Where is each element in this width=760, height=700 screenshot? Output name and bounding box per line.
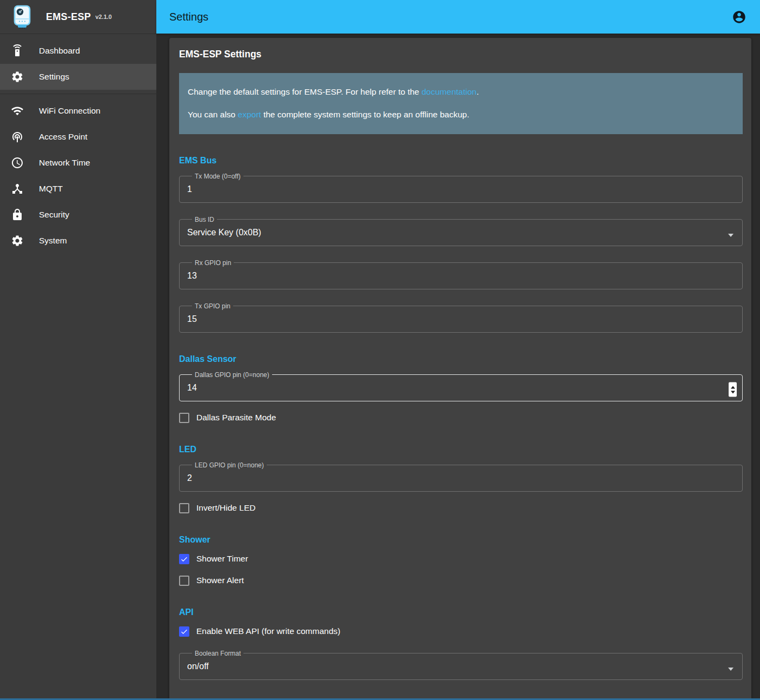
dallas-gpio-input[interactable] xyxy=(187,379,735,397)
dallas-parasite-checkbox[interactable] xyxy=(179,413,189,423)
remote-icon xyxy=(11,44,24,57)
wifi-icon xyxy=(11,104,24,117)
card-title: EMS-ESP Settings xyxy=(179,49,743,60)
documentation-link[interactable]: documentation xyxy=(421,87,477,96)
info-text: You can also xyxy=(188,110,238,119)
page-title: Settings xyxy=(169,11,208,23)
chevron-down-icon xyxy=(728,668,733,671)
sidebar-item-settings[interactable]: Settings xyxy=(0,64,156,90)
led-gpio-input[interactable] xyxy=(187,469,735,487)
checkbox-label: Shower Timer xyxy=(196,554,248,564)
field-label: Rx GPIO pin xyxy=(192,259,234,267)
checkbox-label: Enable WEB API (for write commands) xyxy=(196,626,340,636)
shower-timer-row[interactable]: Shower Timer xyxy=(179,554,743,564)
sidebar-item-security[interactable]: Security xyxy=(0,202,156,228)
chevron-down-icon xyxy=(728,234,733,237)
sidebar: EMS-ESP v2.1.0 Dashboard Settings xyxy=(0,0,156,700)
spinner-up-icon[interactable] xyxy=(731,386,735,388)
lock-icon xyxy=(11,208,24,221)
checkbox-label: Shower Alert xyxy=(196,576,244,585)
sidebar-group-network: WiFi Connection Access Point Network Tim… xyxy=(0,94,156,257)
sidebar-item-label: Dashboard xyxy=(39,46,80,56)
sidebar-item-network-time[interactable]: Network Time xyxy=(0,150,156,176)
shower-alert-checkbox[interactable] xyxy=(179,576,189,586)
section-title-led: LED xyxy=(179,445,743,454)
boolean-format-select[interactable]: Boolean Format on/off xyxy=(179,650,743,680)
sidebar-item-mqtt[interactable]: MQTT xyxy=(0,176,156,202)
sidebar-item-system[interactable]: System xyxy=(0,228,156,254)
account-circle-icon[interactable] xyxy=(732,10,746,24)
section-title-dallas-sensor: Dallas Sensor xyxy=(179,354,743,364)
sidebar-item-label: Access Point xyxy=(39,132,88,142)
enable-web-api-checkbox[interactable] xyxy=(179,626,189,637)
invert-led-checkbox[interactable] xyxy=(179,503,189,513)
checkbox-label: Dallas Parasite Mode xyxy=(196,413,276,422)
tx-gpio-input[interactable] xyxy=(187,310,735,328)
sidebar-item-access-point[interactable]: Access Point xyxy=(0,124,156,150)
tx-mode-input[interactable] xyxy=(187,180,735,199)
tx-gpio-field[interactable]: Tx GPIO pin xyxy=(179,302,743,333)
sidebar-item-label: MQTT xyxy=(39,184,63,194)
sidebar-item-label: System xyxy=(39,236,67,246)
rx-gpio-field[interactable]: Rx GPIO pin xyxy=(179,259,743,289)
field-label: LED GPIO pin (0=none) xyxy=(192,461,267,469)
info-line-2: You can also export the complete system … xyxy=(188,109,734,121)
app-name: EMS-ESP xyxy=(46,11,91,23)
info-box: Change the default settings for EMS-ESP.… xyxy=(179,73,743,134)
device-hub-icon xyxy=(11,182,24,195)
shower-alert-row[interactable]: Shower Alert xyxy=(179,576,743,586)
dallas-parasite-row[interactable]: Dallas Parasite Mode xyxy=(179,413,743,423)
check-icon xyxy=(180,627,188,636)
section-title-api: API xyxy=(179,607,743,617)
dallas-gpio-field[interactable]: Dallas GPIO pin (0=none) xyxy=(179,371,743,401)
checkbox-label: Invert/Hide LED xyxy=(196,503,255,513)
check-icon xyxy=(180,554,188,564)
field-label: Tx Mode (0=off) xyxy=(192,173,243,180)
info-text: Change the default settings for EMS-ESP.… xyxy=(188,87,421,96)
sidebar-item-label: WiFi Connection xyxy=(39,106,101,116)
bus-id-select[interactable]: Bus ID Service Key (0x0B) xyxy=(179,216,743,246)
boolean-format-value[interactable]: on/off xyxy=(187,657,735,676)
invert-led-row[interactable]: Invert/Hide LED xyxy=(179,503,743,513)
gear-icon xyxy=(11,70,24,83)
clock-icon xyxy=(11,156,24,169)
enable-web-api-row[interactable]: Enable WEB API (for write commands) xyxy=(179,626,743,637)
section-title-ems-bus: EMS Bus xyxy=(179,156,743,166)
number-spinner[interactable] xyxy=(729,382,737,397)
app-logo-row: EMS-ESP v2.1.0 xyxy=(0,0,156,34)
boiler-logo-icon xyxy=(13,5,31,29)
section-title-shower: Shower xyxy=(179,535,743,545)
bus-id-value[interactable]: Service Key (0x0B) xyxy=(187,223,735,242)
rx-gpio-input[interactable] xyxy=(187,267,735,285)
sidebar-item-wifi-connection[interactable]: WiFi Connection xyxy=(0,98,156,124)
field-label: Bus ID xyxy=(192,216,217,223)
sidebar-item-dashboard[interactable]: Dashboard xyxy=(0,38,156,64)
main-area: Settings EMS-ESP Settings Change the def… xyxy=(156,0,760,700)
tx-mode-field[interactable]: Tx Mode (0=off) xyxy=(179,173,743,203)
field-label: Dallas GPIO pin (0=none) xyxy=(192,371,272,379)
sidebar-item-label: Settings xyxy=(39,72,69,82)
export-link[interactable]: export xyxy=(238,110,261,119)
app-version: v2.1.0 xyxy=(95,14,112,20)
appbar: Settings xyxy=(156,0,760,34)
content-area: EMS-ESP Settings Change the default sett… xyxy=(156,34,760,700)
wifi-tethering-icon xyxy=(11,130,24,143)
field-label: Boolean Format xyxy=(192,650,243,657)
sidebar-item-label: Security xyxy=(39,210,69,220)
info-line-1: Change the default settings for EMS-ESP.… xyxy=(188,87,734,98)
info-text: the complete system settings to keep an … xyxy=(261,110,470,119)
settings-card: EMS-ESP Settings Change the default sett… xyxy=(169,38,751,700)
sidebar-group-main: Dashboard Settings xyxy=(0,34,156,94)
info-text: . xyxy=(477,87,479,96)
sidebar-item-label: Network Time xyxy=(39,158,90,168)
app-root: EMS-ESP v2.1.0 Dashboard Settings xyxy=(0,0,760,700)
gear-icon xyxy=(11,234,24,247)
field-label: Tx GPIO pin xyxy=(192,302,233,310)
spinner-down-icon[interactable] xyxy=(731,391,735,393)
led-gpio-field[interactable]: LED GPIO pin (0=none) xyxy=(179,461,743,492)
shower-timer-checkbox[interactable] xyxy=(179,554,189,564)
